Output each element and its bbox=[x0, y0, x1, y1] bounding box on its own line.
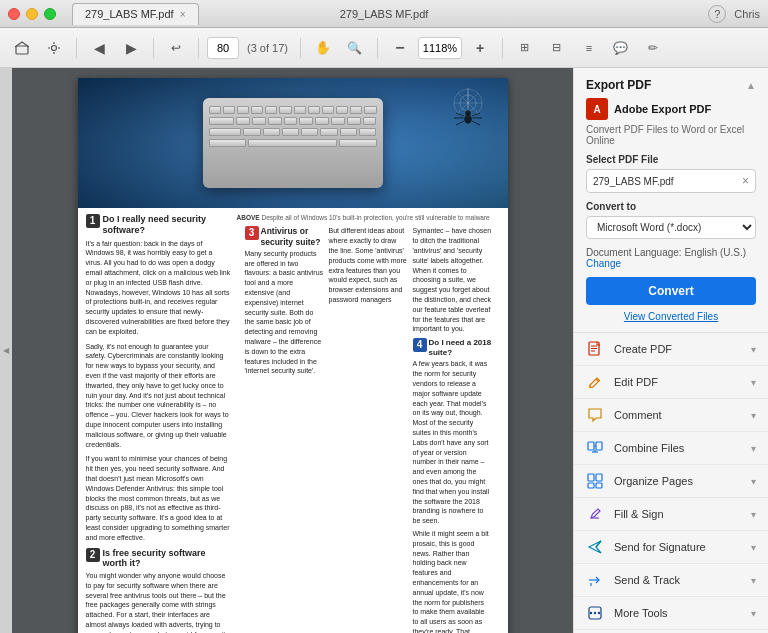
svg-line-15 bbox=[472, 121, 480, 125]
expand-icon[interactable]: ▲ bbox=[746, 80, 756, 91]
pdf-three-col: 3 Antivirus or security suite? Many secu… bbox=[237, 226, 500, 633]
close-button[interactable] bbox=[8, 8, 20, 20]
clear-file-button[interactable]: × bbox=[742, 174, 749, 188]
send-signature-arrow: ▾ bbox=[751, 542, 756, 553]
separator1 bbox=[76, 38, 77, 58]
zoom-in-button[interactable]: + bbox=[466, 34, 494, 62]
svg-line-14 bbox=[456, 121, 464, 125]
toolbar: ◀ ▶ ↩ (3 of 17) ✋ 🔍 − + ⊞ ⊟ ≡ 💬 ✏ bbox=[0, 28, 768, 68]
organize-pages-item[interactable]: Organize Pages ▾ bbox=[574, 465, 768, 498]
edit-pdf-icon bbox=[586, 373, 604, 391]
more-tools-item[interactable]: More Tools ▾ bbox=[574, 597, 768, 630]
section2-body: You might wonder why anyone would choose… bbox=[86, 571, 231, 633]
edit-pdf-label: Edit PDF bbox=[614, 376, 741, 388]
comment-item[interactable]: Comment ▾ bbox=[574, 399, 768, 432]
section2-heading: 2 Is free security software worth it? bbox=[86, 548, 231, 570]
left-panel-toggle[interactable]: ◀ bbox=[0, 68, 12, 633]
section3-num: 3 bbox=[245, 226, 259, 240]
edit-pdf-item[interactable]: Edit PDF ▾ bbox=[574, 366, 768, 399]
three-col-2: But different ideas about where exactly … bbox=[329, 226, 408, 633]
marquee-zoom[interactable]: 🔍 bbox=[341, 34, 369, 62]
fill-sign-arrow: ▾ bbox=[751, 509, 756, 520]
section1-heading: 1 Do I really need security software? bbox=[86, 214, 231, 236]
select-file-label: Select PDF File bbox=[586, 154, 756, 165]
svg-rect-0 bbox=[16, 46, 28, 54]
convert-format-select[interactable]: Microsoft Word (*.docx) bbox=[586, 216, 756, 239]
file-select-box[interactable]: 279_LABS MF.pdf × bbox=[586, 169, 756, 193]
svg-rect-24 bbox=[596, 442, 602, 450]
separator2 bbox=[153, 38, 154, 58]
section3-col2-body: But different ideas about where exactly … bbox=[329, 226, 408, 304]
home-button[interactable] bbox=[8, 34, 36, 62]
send-signature-label: Send for Signature bbox=[614, 541, 741, 553]
svg-point-38 bbox=[598, 612, 600, 614]
svg-rect-29 bbox=[596, 474, 602, 481]
pdf-left-col: 1 Do I really need security software? It… bbox=[86, 214, 231, 633]
page-input[interactable] bbox=[207, 37, 239, 59]
pen-button[interactable]: ✏ bbox=[639, 34, 667, 62]
organize-pages-icon bbox=[586, 472, 604, 490]
create-pdf-item[interactable]: Create PDF ▾ bbox=[574, 333, 768, 366]
svg-rect-28 bbox=[588, 474, 594, 481]
fill-sign-item[interactable]: Fill & Sign ▾ bbox=[574, 498, 768, 531]
pdf-page: 1 Do I really need security software? It… bbox=[78, 78, 508, 633]
send-signature-item[interactable]: Send for Signature ▾ bbox=[574, 531, 768, 564]
back-button[interactable]: ◀ bbox=[85, 34, 113, 62]
organize-pages-arrow: ▾ bbox=[751, 476, 756, 487]
view-converted-link[interactable]: View Converted Files bbox=[586, 311, 756, 322]
section4-body2: While it might seem a bit prosaic, this … bbox=[413, 529, 492, 633]
section1-num: 1 bbox=[86, 214, 100, 228]
svg-point-9 bbox=[465, 110, 471, 116]
selected-filename: 279_LABS MF.pdf bbox=[593, 176, 674, 187]
pdf-tab[interactable]: 279_LABS MF.pdf × bbox=[72, 3, 199, 25]
tab-close-button[interactable]: × bbox=[180, 9, 186, 20]
minimize-button[interactable] bbox=[26, 8, 38, 20]
pdf-hero-image bbox=[78, 78, 508, 208]
svg-point-1 bbox=[52, 45, 57, 50]
right-panel: Export PDF ▲ A Adobe Export PDF Convert … bbox=[573, 68, 768, 633]
pdf-viewer[interactable]: 1 Do I really need security software? It… bbox=[12, 68, 573, 633]
change-language-link[interactable]: Change bbox=[586, 258, 621, 269]
organize-pages-label: Organize Pages bbox=[614, 475, 741, 487]
page-total: (3 of 17) bbox=[247, 42, 288, 54]
export-pdf-header: Export PDF ▲ bbox=[586, 78, 756, 92]
scroll-mode-button[interactable]: ≡ bbox=[575, 34, 603, 62]
zoom-out-button[interactable]: − bbox=[386, 34, 414, 62]
send-track-item[interactable]: Send & Track ▾ bbox=[574, 564, 768, 597]
tools-button[interactable] bbox=[40, 34, 68, 62]
help-icon[interactable]: ? bbox=[708, 5, 726, 23]
chevron-left-icon: ◀ bbox=[3, 346, 9, 355]
user-name[interactable]: Chris bbox=[734, 8, 760, 20]
rotate-button[interactable]: ↩ bbox=[162, 34, 190, 62]
svg-line-11 bbox=[472, 113, 480, 116]
combine-files-item[interactable]: Combine Files ▾ bbox=[574, 432, 768, 465]
comment-label: Comment bbox=[614, 409, 741, 421]
zoom-input[interactable] bbox=[418, 37, 462, 59]
adobe-export-subtitle: Convert PDF Files to Word or Excel Onlin… bbox=[586, 124, 756, 146]
create-pdf-arrow: ▾ bbox=[751, 344, 756, 355]
hand-tool[interactable]: ✋ bbox=[309, 34, 337, 62]
image-caption: ABOVE Despite all of Windows 10's built-… bbox=[237, 214, 500, 222]
pdf-right-col: ABOVE Despite all of Windows 10's built-… bbox=[237, 214, 500, 633]
fullscreen-button[interactable] bbox=[44, 8, 56, 20]
section2-title: Is free security software worth it? bbox=[103, 548, 231, 570]
fill-sign-label: Fill & Sign bbox=[614, 508, 741, 520]
caption-bold: ABOVE bbox=[237, 214, 260, 221]
svg-line-10 bbox=[456, 113, 464, 116]
send-track-arrow: ▾ bbox=[751, 575, 756, 586]
titlebar: 279_LABS MF.pdf × 279_LABS MF.pdf ? Chri… bbox=[0, 0, 768, 28]
two-page-button[interactable]: ⊟ bbox=[543, 34, 571, 62]
combine-files-label: Combine Files bbox=[614, 442, 741, 454]
create-pdf-label: Create PDF bbox=[614, 343, 741, 355]
titlebar-right: ? Chris bbox=[708, 5, 760, 23]
fit-page-button[interactable]: ⊞ bbox=[511, 34, 539, 62]
comment-button[interactable]: 💬 bbox=[607, 34, 635, 62]
caption-text: Despite all of Windows 10's built-in pro… bbox=[261, 214, 489, 221]
fill-sign-icon bbox=[586, 505, 604, 523]
section1-title: Do I really need security software? bbox=[103, 214, 231, 236]
convert-to-label: Convert to bbox=[586, 201, 756, 212]
combine-files-icon bbox=[586, 439, 604, 457]
forward-button[interactable]: ▶ bbox=[117, 34, 145, 62]
send-signature-icon bbox=[586, 538, 604, 556]
convert-button[interactable]: Convert bbox=[586, 277, 756, 305]
